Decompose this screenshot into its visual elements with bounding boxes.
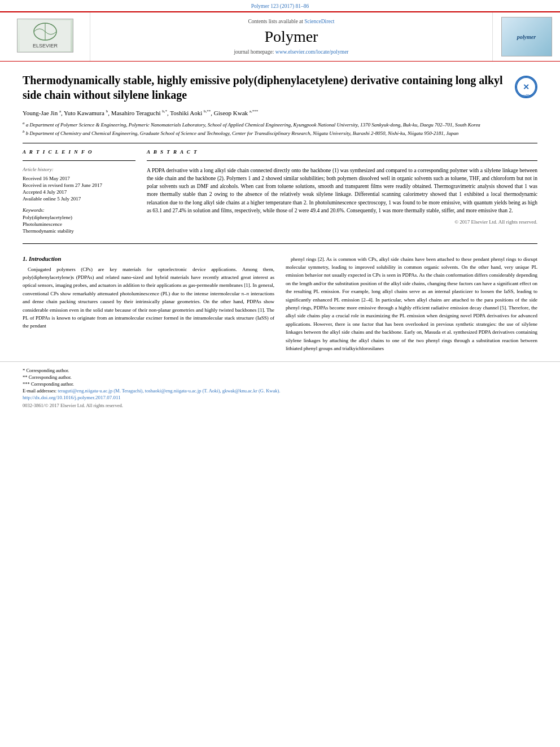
journal-citation: Polymer 123 (2017) 81–86	[0, 0, 560, 11]
affiliation-b: b b Department of Chemistry and Chemical…	[23, 129, 537, 136]
polymer-logo-area: polymer	[492, 12, 560, 61]
sciencedirect-prefix: Contents lists available at	[248, 19, 304, 24]
journal-name: Polymer	[265, 28, 318, 46]
intro-paragraph-1: Conjugated polymers (CPs) are key materi…	[23, 265, 274, 330]
email-link[interactable]: teraguti@eng.niigata-u.ac.jp (M. Teraguc…	[58, 388, 280, 394]
keyword-1: Poly(diphenylacetylene)	[23, 215, 135, 220]
abstract-text: A PDPA derivative with a long alkyl side…	[147, 167, 537, 215]
elsevier-logo-area: ELSEVIER	[0, 12, 90, 61]
polymer-logo: polymer	[501, 17, 552, 56]
elsevier-logo: ELSEVIER	[17, 19, 73, 55]
homepage-prefix: journal homepage:	[234, 49, 275, 55]
intro-para-1-text: Conjugated polymers (CPs) are key materi…	[23, 265, 274, 330]
divider-info	[23, 160, 135, 161]
sciencedirect-line: Contents lists available at ScienceDirec…	[248, 19, 334, 24]
body-content: 1. Introduction Conjugated polymers (CPs…	[0, 255, 560, 356]
svg-text:ELSEVIER: ELSEVIER	[32, 43, 58, 49]
homepage-link[interactable]: www.elsevier.com/locate/polymer	[275, 49, 349, 55]
affil-b-text: b Department of Chemistry and Chemical E…	[26, 130, 459, 136]
corresponding-2: ** Corresponding author.	[23, 374, 537, 380]
affiliation-a: a a Department of Polymer Science & Engi…	[23, 121, 537, 128]
footer: * Corresponding author. ** Corresponding…	[0, 361, 560, 411]
article-info-label: A R T I C L E I N F O	[23, 149, 135, 155]
copyright-line: © 2017 Elsevier Ltd. All rights reserved…	[147, 219, 537, 225]
article-content: Thermodynamically stable, highly emissiv…	[0, 62, 560, 255]
crossmark-badge[interactable]: ✕ CrossMark	[515, 76, 537, 98]
keyword-3: Thermodynamic stability	[23, 228, 135, 234]
doi-line[interactable]: http://dx.doi.org/10.1016/j.polymer.2017…	[23, 395, 537, 400]
citation-text: Polymer 123 (2017) 81–86	[251, 3, 309, 9]
article-info-column: A R T I C L E I N F O Article history: R…	[23, 149, 135, 235]
email-label: E-mail addresses:	[23, 388, 56, 394]
journal-homepage: journal homepage: www.elsevier.com/locat…	[234, 49, 348, 55]
issn-line: 0032-3861/© 2017 Elsevier Ltd. All right…	[23, 403, 537, 408]
intro-para-2-text: phenyl rings [2]. As is common with CPs,…	[286, 255, 537, 353]
intro-paragraph-2: phenyl rings [2]. As is common with CPs,…	[286, 255, 537, 353]
divider-abstract	[147, 160, 537, 161]
history-label: Article history:	[23, 167, 135, 172]
intro-heading: 1. Introduction	[23, 255, 274, 262]
accepted-date: Accepted 4 July 2017	[23, 189, 135, 195]
doi-link[interactable]: http://dx.doi.org/10.1016/j.polymer.2017…	[23, 395, 121, 400]
journal-header: ELSEVIER Contents lists available at Sci…	[0, 11, 560, 62]
keywords-section: Keywords: Poly(diphenylacetylene) Photol…	[23, 207, 135, 234]
keyword-2: Photoluminescence	[23, 221, 135, 227]
article-title: Thermodynamically stable, highly emissiv…	[23, 73, 509, 102]
authors-line: Young-Jae Jin a, Yuto Kawamura b, Masahi…	[23, 109, 537, 116]
received-date: Received 16 May 2017	[23, 176, 135, 181]
svg-text:✕: ✕	[523, 83, 530, 91]
info-abstract-section: A R T I C L E I N F O Article history: R…	[23, 149, 537, 235]
divider-1	[23, 143, 537, 143]
journal-title-area: Contents lists available at ScienceDirec…	[90, 12, 492, 61]
corresponding-1: * Corresponding author.	[23, 368, 537, 373]
sciencedirect-link[interactable]: ScienceDirect	[304, 19, 334, 24]
title-section: Thermodynamically stable, highly emissiv…	[23, 73, 537, 109]
available-date: Available online 5 July 2017	[23, 196, 135, 202]
received-revised-date: Received in revised form 27 June 2017	[23, 182, 135, 188]
corresponding-3: *** Corresponding author.	[23, 381, 537, 387]
body-right-column: phenyl rings [2]. As is common with CPs,…	[286, 255, 537, 356]
body-left-column: 1. Introduction Conjugated polymers (CPs…	[23, 255, 274, 356]
divider-2	[23, 243, 537, 244]
affiliations: a a Department of Polymer Science & Engi…	[23, 121, 537, 136]
abstract-column: A B S T R A C T A PDPA derivative with a…	[147, 149, 537, 235]
email-line: E-mail addresses: teraguti@eng.niigata-u…	[23, 388, 537, 394]
elsevier-image: ELSEVIER	[17, 19, 73, 53]
affil-a-text: a Department of Polymer Science & Engine…	[26, 122, 480, 128]
abstract-label: A B S T R A C T	[147, 149, 537, 155]
keywords-label: Keywords:	[23, 207, 135, 213]
svg-text:CrossMark: CrossMark	[519, 94, 533, 97]
